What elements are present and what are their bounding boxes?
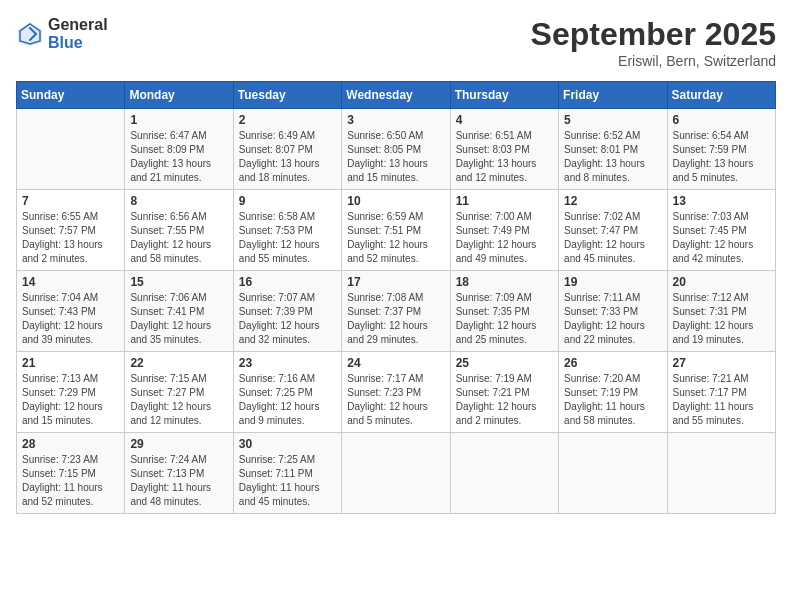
day-number: 30 — [239, 437, 336, 451]
day-number: 11 — [456, 194, 553, 208]
calendar-cell: 8Sunrise: 6:56 AMSunset: 7:55 PMDaylight… — [125, 190, 233, 271]
calendar-week-row: 14Sunrise: 7:04 AMSunset: 7:43 PMDayligh… — [17, 271, 776, 352]
day-of-week-header: Monday — [125, 82, 233, 109]
day-number: 14 — [22, 275, 119, 289]
day-number: 28 — [22, 437, 119, 451]
day-info: Sunrise: 7:19 AMSunset: 7:21 PMDaylight:… — [456, 372, 553, 428]
calendar-cell: 10Sunrise: 6:59 AMSunset: 7:51 PMDayligh… — [342, 190, 450, 271]
calendar-week-row: 1Sunrise: 6:47 AMSunset: 8:09 PMDaylight… — [17, 109, 776, 190]
calendar-cell — [17, 109, 125, 190]
day-info: Sunrise: 7:21 AMSunset: 7:17 PMDaylight:… — [673, 372, 770, 428]
calendar-cell: 24Sunrise: 7:17 AMSunset: 7:23 PMDayligh… — [342, 352, 450, 433]
day-info: Sunrise: 7:07 AMSunset: 7:39 PMDaylight:… — [239, 291, 336, 347]
day-number: 4 — [456, 113, 553, 127]
day-info: Sunrise: 6:52 AMSunset: 8:01 PMDaylight:… — [564, 129, 661, 185]
day-of-week-header: Sunday — [17, 82, 125, 109]
calendar-cell: 12Sunrise: 7:02 AMSunset: 7:47 PMDayligh… — [559, 190, 667, 271]
day-number: 26 — [564, 356, 661, 370]
calendar-cell — [559, 433, 667, 514]
calendar-cell: 3Sunrise: 6:50 AMSunset: 8:05 PMDaylight… — [342, 109, 450, 190]
logo-icon — [16, 20, 44, 48]
day-info: Sunrise: 7:04 AMSunset: 7:43 PMDaylight:… — [22, 291, 119, 347]
day-number: 16 — [239, 275, 336, 289]
day-info: Sunrise: 6:58 AMSunset: 7:53 PMDaylight:… — [239, 210, 336, 266]
day-number: 15 — [130, 275, 227, 289]
day-number: 6 — [673, 113, 770, 127]
logo-blue: Blue — [48, 34, 108, 52]
calendar-cell: 18Sunrise: 7:09 AMSunset: 7:35 PMDayligh… — [450, 271, 558, 352]
day-info: Sunrise: 7:00 AMSunset: 7:49 PMDaylight:… — [456, 210, 553, 266]
location: Eriswil, Bern, Switzerland — [531, 53, 776, 69]
day-info: Sunrise: 6:56 AMSunset: 7:55 PMDaylight:… — [130, 210, 227, 266]
calendar-cell: 26Sunrise: 7:20 AMSunset: 7:19 PMDayligh… — [559, 352, 667, 433]
logo-text: General Blue — [48, 16, 108, 52]
day-info: Sunrise: 7:24 AMSunset: 7:13 PMDaylight:… — [130, 453, 227, 509]
calendar-body: 1Sunrise: 6:47 AMSunset: 8:09 PMDaylight… — [17, 109, 776, 514]
day-info: Sunrise: 7:09 AMSunset: 7:35 PMDaylight:… — [456, 291, 553, 347]
calendar-cell — [450, 433, 558, 514]
day-info: Sunrise: 6:49 AMSunset: 8:07 PMDaylight:… — [239, 129, 336, 185]
calendar-cell: 9Sunrise: 6:58 AMSunset: 7:53 PMDaylight… — [233, 190, 341, 271]
day-number: 24 — [347, 356, 444, 370]
calendar-cell: 27Sunrise: 7:21 AMSunset: 7:17 PMDayligh… — [667, 352, 775, 433]
day-number: 29 — [130, 437, 227, 451]
day-number: 8 — [130, 194, 227, 208]
day-number: 23 — [239, 356, 336, 370]
day-info: Sunrise: 7:16 AMSunset: 7:25 PMDaylight:… — [239, 372, 336, 428]
day-info: Sunrise: 6:51 AMSunset: 8:03 PMDaylight:… — [456, 129, 553, 185]
day-number: 2 — [239, 113, 336, 127]
day-info: Sunrise: 7:12 AMSunset: 7:31 PMDaylight:… — [673, 291, 770, 347]
day-of-week-header: Thursday — [450, 82, 558, 109]
calendar-cell: 15Sunrise: 7:06 AMSunset: 7:41 PMDayligh… — [125, 271, 233, 352]
calendar-week-row: 28Sunrise: 7:23 AMSunset: 7:15 PMDayligh… — [17, 433, 776, 514]
day-of-week-header: Friday — [559, 82, 667, 109]
day-info: Sunrise: 7:02 AMSunset: 7:47 PMDaylight:… — [564, 210, 661, 266]
calendar-cell: 2Sunrise: 6:49 AMSunset: 8:07 PMDaylight… — [233, 109, 341, 190]
calendar-cell: 16Sunrise: 7:07 AMSunset: 7:39 PMDayligh… — [233, 271, 341, 352]
calendar-cell: 17Sunrise: 7:08 AMSunset: 7:37 PMDayligh… — [342, 271, 450, 352]
calendar-cell: 19Sunrise: 7:11 AMSunset: 7:33 PMDayligh… — [559, 271, 667, 352]
title-block: September 2025 Eriswil, Bern, Switzerlan… — [531, 16, 776, 69]
calendar-week-row: 7Sunrise: 6:55 AMSunset: 7:57 PMDaylight… — [17, 190, 776, 271]
calendar-cell: 28Sunrise: 7:23 AMSunset: 7:15 PMDayligh… — [17, 433, 125, 514]
day-info: Sunrise: 6:55 AMSunset: 7:57 PMDaylight:… — [22, 210, 119, 266]
day-info: Sunrise: 7:20 AMSunset: 7:19 PMDaylight:… — [564, 372, 661, 428]
day-number: 7 — [22, 194, 119, 208]
calendar-cell: 20Sunrise: 7:12 AMSunset: 7:31 PMDayligh… — [667, 271, 775, 352]
day-info: Sunrise: 6:54 AMSunset: 7:59 PMDaylight:… — [673, 129, 770, 185]
calendar-cell: 1Sunrise: 6:47 AMSunset: 8:09 PMDaylight… — [125, 109, 233, 190]
day-of-week-header: Wednesday — [342, 82, 450, 109]
day-info: Sunrise: 6:59 AMSunset: 7:51 PMDaylight:… — [347, 210, 444, 266]
day-info: Sunrise: 6:47 AMSunset: 8:09 PMDaylight:… — [130, 129, 227, 185]
calendar-table: SundayMondayTuesdayWednesdayThursdayFrid… — [16, 81, 776, 514]
day-info: Sunrise: 7:06 AMSunset: 7:41 PMDaylight:… — [130, 291, 227, 347]
calendar-cell: 6Sunrise: 6:54 AMSunset: 7:59 PMDaylight… — [667, 109, 775, 190]
day-number: 13 — [673, 194, 770, 208]
logo: General Blue — [16, 16, 108, 52]
month-title: September 2025 — [531, 16, 776, 53]
day-info: Sunrise: 7:03 AMSunset: 7:45 PMDaylight:… — [673, 210, 770, 266]
calendar-header-row: SundayMondayTuesdayWednesdayThursdayFrid… — [17, 82, 776, 109]
day-number: 22 — [130, 356, 227, 370]
calendar-cell: 7Sunrise: 6:55 AMSunset: 7:57 PMDaylight… — [17, 190, 125, 271]
day-info: Sunrise: 7:15 AMSunset: 7:27 PMDaylight:… — [130, 372, 227, 428]
day-number: 9 — [239, 194, 336, 208]
day-number: 10 — [347, 194, 444, 208]
day-of-week-header: Tuesday — [233, 82, 341, 109]
day-number: 1 — [130, 113, 227, 127]
day-number: 12 — [564, 194, 661, 208]
day-number: 3 — [347, 113, 444, 127]
calendar-cell: 11Sunrise: 7:00 AMSunset: 7:49 PMDayligh… — [450, 190, 558, 271]
day-info: Sunrise: 7:25 AMSunset: 7:11 PMDaylight:… — [239, 453, 336, 509]
day-info: Sunrise: 7:17 AMSunset: 7:23 PMDaylight:… — [347, 372, 444, 428]
day-of-week-header: Saturday — [667, 82, 775, 109]
calendar-cell: 23Sunrise: 7:16 AMSunset: 7:25 PMDayligh… — [233, 352, 341, 433]
day-number: 19 — [564, 275, 661, 289]
day-info: Sunrise: 7:13 AMSunset: 7:29 PMDaylight:… — [22, 372, 119, 428]
day-number: 21 — [22, 356, 119, 370]
day-number: 25 — [456, 356, 553, 370]
calendar-cell: 13Sunrise: 7:03 AMSunset: 7:45 PMDayligh… — [667, 190, 775, 271]
day-number: 17 — [347, 275, 444, 289]
day-info: Sunrise: 7:11 AMSunset: 7:33 PMDaylight:… — [564, 291, 661, 347]
day-number: 27 — [673, 356, 770, 370]
